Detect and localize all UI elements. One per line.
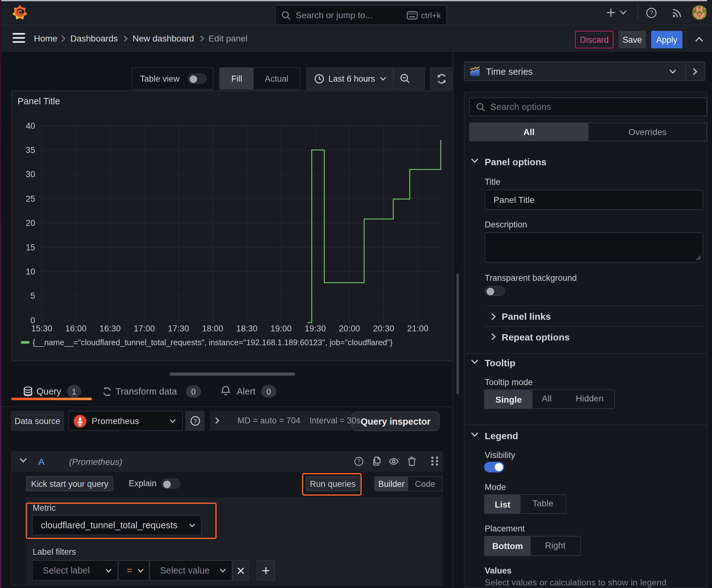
svg-text:15:30: 15:30 <box>31 324 52 333</box>
svg-text:?: ? <box>649 9 653 16</box>
svg-text:15: 15 <box>26 243 35 252</box>
svg-text:20: 20 <box>26 218 35 228</box>
svg-text:?: ? <box>357 458 360 465</box>
svg-text:21:00: 21:00 <box>407 324 429 333</box>
svg-text:18:30: 18:30 <box>236 324 258 333</box>
svg-text:16:00: 16:00 <box>65 324 87 333</box>
svg-text:{__name__="cloudflared_tunnel_: {__name__="cloudflared_tunnel_total_requ… <box>33 338 393 347</box>
svg-text:25: 25 <box>26 194 35 204</box>
svg-text:18:00: 18:00 <box>202 324 223 333</box>
svg-text:10: 10 <box>26 267 35 276</box>
svg-text:40: 40 <box>26 121 35 131</box>
svg-text:35: 35 <box>26 145 35 155</box>
svg-text:20:00: 20:00 <box>339 324 360 333</box>
svg-text:5: 5 <box>30 291 35 300</box>
svg-text:30: 30 <box>26 170 35 179</box>
svg-text:19:30: 19:30 <box>304 324 326 333</box>
svg-text:16:30: 16:30 <box>100 324 121 333</box>
svg-text:17:00: 17:00 <box>134 324 155 333</box>
svg-text:17:30: 17:30 <box>168 324 189 333</box>
svg-text:20:30: 20:30 <box>373 324 394 333</box>
svg-text:?: ? <box>193 418 197 424</box>
svg-text:19:00: 19:00 <box>271 324 292 333</box>
